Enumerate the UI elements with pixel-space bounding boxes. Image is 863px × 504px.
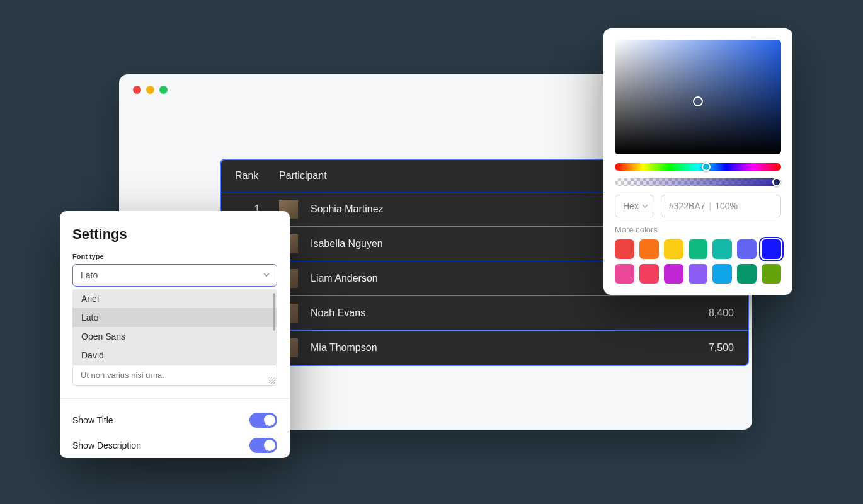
chevron-down-icon	[263, 270, 270, 280]
color-swatch[interactable]	[615, 264, 634, 284]
chevron-down-icon	[641, 202, 649, 210]
swatch-grid	[615, 239, 781, 284]
font-option[interactable]: David	[72, 346, 277, 365]
textarea-placeholder: Ut non varius nisi urna.	[81, 370, 164, 380]
color-swatch[interactable]	[615, 239, 634, 259]
maximize-window-icon[interactable]	[159, 86, 168, 94]
header-rank: Rank	[235, 170, 279, 181]
show-title-row: Show Title	[72, 408, 277, 433]
divider	[60, 398, 290, 399]
color-swatch[interactable]	[664, 264, 683, 284]
score-cell: 8,400	[677, 307, 734, 319]
font-type-dropdown[interactable]: Lato	[72, 264, 277, 287]
color-cursor-icon[interactable]	[693, 96, 703, 106]
scrollbar[interactable]	[273, 293, 275, 331]
color-swatch[interactable]	[639, 239, 659, 259]
alpha-value: 100%	[715, 201, 738, 211]
description-textarea[interactable]: Ut non varius nisi urna.	[72, 365, 277, 386]
color-swatch[interactable]	[762, 264, 781, 284]
separator: |	[709, 201, 712, 211]
color-input-row: Hex #322BA7 | 100%	[615, 195, 781, 217]
color-swatch[interactable]	[712, 264, 732, 284]
color-swatch[interactable]	[689, 264, 708, 284]
font-option[interactable]: Lato	[72, 308, 277, 327]
color-swatch[interactable]	[737, 239, 757, 259]
show-description-toggle[interactable]	[249, 438, 277, 453]
participant-name: Noah Evans	[311, 307, 677, 319]
color-format-select[interactable]: Hex	[615, 195, 654, 217]
color-swatch[interactable]	[762, 239, 781, 259]
hue-handle-icon[interactable]	[702, 163, 711, 171]
settings-title: Settings	[72, 226, 277, 243]
minimize-window-icon[interactable]	[146, 86, 154, 94]
more-colors-label: More colors	[615, 225, 781, 234]
hue-slider[interactable]	[615, 163, 781, 171]
selected-font-value: Lato	[81, 270, 98, 280]
color-swatch[interactable]	[664, 239, 683, 259]
color-value-input[interactable]: #322BA7 | 100%	[661, 195, 781, 217]
font-type-label: Font type	[72, 253, 277, 260]
score-cell: 7,500	[677, 342, 734, 353]
color-swatch[interactable]	[689, 239, 708, 259]
table-row[interactable]: 5 Mia Thompson 7,500	[221, 330, 748, 365]
show-description-label: Show Description	[72, 440, 141, 450]
color-swatch[interactable]	[639, 264, 659, 284]
color-picker-panel: Hex #322BA7 | 100% More colors	[603, 28, 792, 295]
participant-name: Mia Thompson	[311, 342, 677, 353]
settings-panel: Settings Font type Lato ArielLatoOpen Sa…	[60, 211, 290, 458]
font-options-list: ArielLatoOpen SansDavid	[72, 289, 277, 365]
close-window-icon[interactable]	[133, 86, 141, 94]
table-row[interactable]: 4 Noah Evans 8,400	[221, 295, 748, 330]
font-option[interactable]: Ariel	[72, 289, 277, 308]
color-saturation-canvas[interactable]	[615, 40, 781, 154]
alpha-handle-icon[interactable]	[772, 178, 781, 186]
font-option[interactable]: Open Sans	[72, 327, 277, 346]
color-format-value: Hex	[623, 201, 639, 211]
hex-value: #322BA7	[669, 201, 706, 211]
color-swatch[interactable]	[737, 264, 757, 284]
color-swatch[interactable]	[712, 239, 732, 259]
show-title-label: Show Title	[72, 415, 113, 425]
resize-handle-icon[interactable]	[269, 377, 275, 384]
show-title-toggle[interactable]	[249, 413, 277, 428]
show-description-row: Show Description	[72, 433, 277, 458]
alpha-slider[interactable]	[615, 178, 781, 186]
